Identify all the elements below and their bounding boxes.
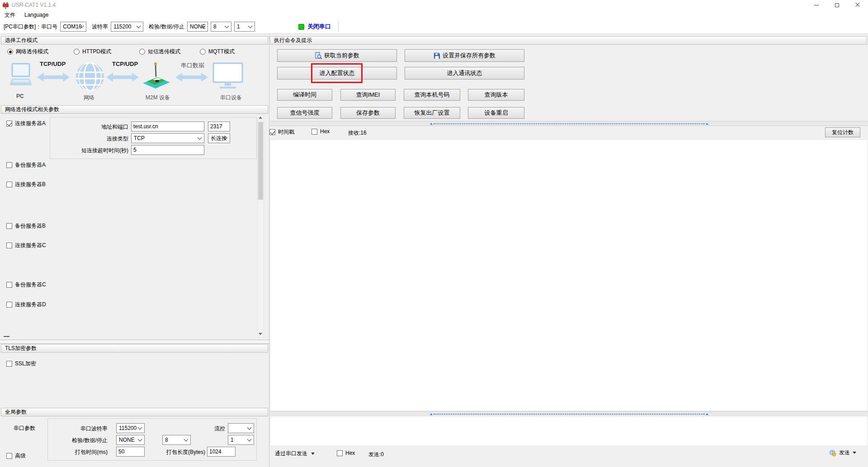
- send-button[interactable]: 发送: [829, 449, 856, 457]
- workmode-radio-group: 网络透传模式 HTTPD模式 短信透传模式 MQTT模式: [0, 48, 269, 56]
- send-mode-select[interactable]: 通过串口发送: [275, 450, 315, 458]
- databits-select[interactable]: 8: [211, 22, 231, 32]
- parity-label: 检验/数据/停止: [149, 23, 184, 31]
- log-view[interactable]: [270, 139, 868, 411]
- server-checkbox-row[interactable]: 备份服务器A: [6, 161, 46, 169]
- app-window: USR-CAT1 V1.1.4 文件 Language [PC串口参数]：串口号…: [0, 0, 868, 467]
- log-line: [275, 185, 863, 196]
- conn-type-label: 连接类型: [50, 135, 128, 143]
- workmode-radio-option[interactable]: 网络透传模式: [7, 48, 48, 56]
- packtime-input[interactable]: 50: [116, 447, 145, 457]
- workmode-radio-option[interactable]: 短信透传模式: [139, 48, 180, 56]
- arrow-icon: [106, 72, 139, 82]
- server-checkbox-row[interactable]: 备份服务器B: [6, 222, 46, 230]
- command-button[interactable]: 查询IMEI: [340, 89, 396, 101]
- command-button[interactable]: 编译时间: [277, 89, 332, 101]
- workmode-radio-option[interactable]: HTTPD模式: [74, 48, 111, 56]
- minimize-icon: [814, 5, 819, 5]
- server-port-input[interactable]: 2317: [208, 121, 230, 131]
- g-databits-select[interactable]: 8: [162, 435, 191, 445]
- reset-counter-button[interactable]: 复位计数: [825, 127, 860, 137]
- command-button[interactable]: 查询版本: [468, 89, 524, 101]
- stopbits-select[interactable]: 1: [234, 22, 255, 32]
- server-a-checkbox-row[interactable]: 连接服务器A: [6, 120, 46, 127]
- workmode-radio-label: MQTT模式: [208, 48, 235, 56]
- get-params-button[interactable]: 获取当前参数: [277, 49, 397, 62]
- radio-icon: [200, 49, 206, 55]
- port-select[interactable]: COM10: [60, 22, 86, 32]
- panel-divider[interactable]: [269, 34, 269, 467]
- g-baud-select[interactable]: 115200: [116, 423, 145, 433]
- serial-device-label: 串口设备: [220, 94, 242, 102]
- m2m-label: M2M 设备: [146, 94, 170, 102]
- hex-display-checkbox-row[interactable]: Hex: [311, 128, 330, 135]
- hex-send-checkbox-row[interactable]: Hex: [337, 450, 355, 456]
- minimize-button[interactable]: [806, 0, 826, 10]
- g-baud-label: 串口波特率: [48, 425, 108, 433]
- checkbox-icon: [6, 282, 12, 288]
- conn-type-select[interactable]: TCP: [131, 133, 204, 143]
- g-parity-select[interactable]: NONE: [116, 435, 145, 445]
- checkbox-icon: [6, 162, 12, 168]
- timestamp-checkbox-row[interactable]: 时间戳: [269, 128, 294, 136]
- log-line: [275, 207, 863, 218]
- command-button[interactable]: 设备重启: [468, 107, 524, 119]
- timeout-input[interactable]: 5: [131, 145, 204, 155]
- left-horizontal-splitter[interactable]: [0, 340, 269, 344]
- checkbox-icon: [6, 302, 12, 308]
- global-params-box: 串口波特率 115200 流控 检验/数据/停止 NONE 8 1 打包时间(m…: [47, 418, 257, 461]
- packlen-input[interactable]: 1024: [207, 447, 236, 457]
- checkbox-icon: [6, 453, 12, 459]
- recv-count-label: 接收:16: [348, 129, 367, 137]
- server-checkbox-row[interactable]: 连接服务器C: [6, 242, 46, 249]
- scroll-down-icon[interactable]: [259, 333, 262, 335]
- menu-bar: 文件 Language: [0, 10, 868, 20]
- checkbox-icon: [269, 129, 275, 135]
- m2m-device-icon: [140, 61, 172, 92]
- link3-label: 串口数据: [181, 61, 204, 70]
- server-checkbox-row[interactable]: 连接服务器D: [6, 301, 46, 308]
- command-button[interactable]: 保存参数: [340, 107, 396, 119]
- baud-select[interactable]: 115200: [111, 22, 143, 32]
- checkbox-icon: [337, 450, 343, 456]
- command-button[interactable]: 查信号强度: [277, 107, 332, 119]
- params-scrollbar[interactable]: [257, 114, 264, 338]
- g-stopbits-select[interactable]: 1: [228, 435, 254, 445]
- close-button[interactable]: [847, 0, 868, 10]
- ssl-label: SSL加密: [15, 360, 36, 368]
- log-splitter[interactable]: [270, 121, 868, 126]
- workmode-section-header: 选择工作模式: [1, 36, 268, 45]
- splitter-handle-icon[interactable]: [430, 123, 708, 125]
- menu-language[interactable]: Language: [20, 10, 53, 20]
- server-label: 连接服务器D: [15, 301, 46, 308]
- set-save-params-button[interactable]: 设置并保存所有参数: [405, 49, 524, 62]
- commands-section-header: 执行命令及提示: [270, 36, 867, 45]
- advanced-checkbox-row[interactable]: 高级: [6, 452, 26, 460]
- workmode-radio-label: HTTPD模式: [82, 48, 111, 56]
- chevron-down-icon: [138, 425, 142, 430]
- keepalive-select[interactable]: 长连接: [208, 133, 230, 143]
- close-port-button[interactable]: 关闭串口: [298, 23, 331, 31]
- send-input-area[interactable]: [270, 416, 868, 446]
- pc-icon: [7, 62, 35, 90]
- maximize-button[interactable]: [826, 0, 847, 10]
- enter-config-button[interactable]: 进入配置状态: [277, 67, 397, 79]
- ssl-checkbox-row[interactable]: SSL加密: [6, 360, 36, 368]
- enter-comm-button[interactable]: 进入通讯状态: [405, 67, 524, 79]
- splitter-handle-icon[interactable]: [430, 413, 708, 415]
- menu-file[interactable]: 文件: [0, 10, 20, 20]
- workmode-radio-label: 短信透传模式: [148, 48, 180, 56]
- network-globe-icon: [75, 62, 104, 91]
- server-checkbox-row[interactable]: 备份服务器C: [6, 281, 46, 289]
- chevron-down-icon: [247, 437, 252, 442]
- window-controls: [806, 0, 868, 10]
- server-checkbox-row[interactable]: 连接服务器B: [6, 181, 46, 188]
- command-button[interactable]: 恢复出厂设置: [404, 107, 460, 119]
- command-button[interactable]: 查询本机号码: [404, 89, 460, 101]
- scroll-up-icon[interactable]: [259, 117, 262, 119]
- flow-select[interactable]: [228, 423, 254, 433]
- parity-select[interactable]: NONE: [187, 22, 208, 32]
- scrollbar-thumb[interactable]: [258, 122, 263, 200]
- server-address-input[interactable]: test.usr.cn: [131, 121, 204, 131]
- workmode-radio-option[interactable]: MQTT模式: [200, 48, 235, 56]
